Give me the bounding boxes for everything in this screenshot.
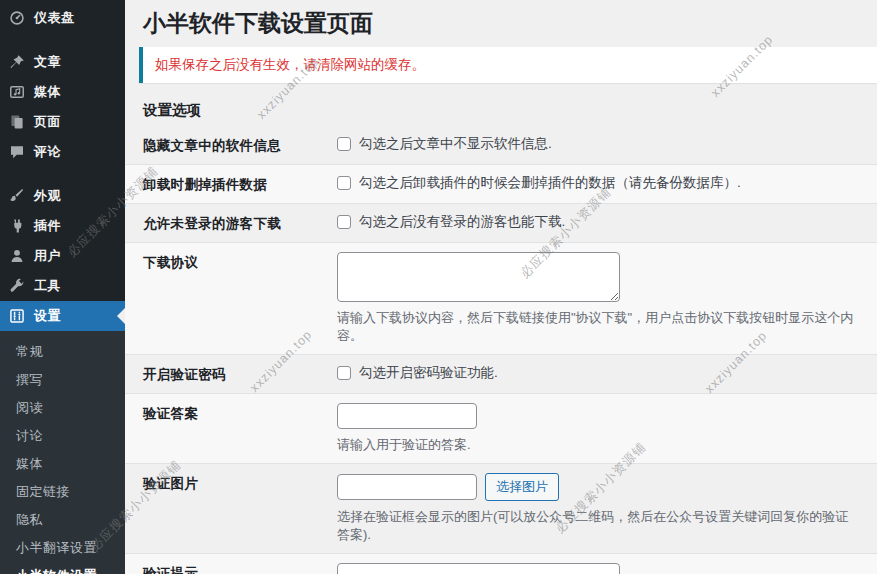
sidebar-subitem[interactable]: 常规 bbox=[0, 338, 125, 366]
sidebar-item-tools[interactable]: 工具 bbox=[0, 271, 125, 301]
form-row: 卸载时删掉插件数据勾选之后卸载插件的时候会删掉插件的数据（请先备份数据库）. bbox=[125, 165, 877, 204]
delete-plugin-data-checkbox[interactable] bbox=[337, 176, 351, 190]
form-row: 下载协议请输入下载协议内容，然后下载链接使用"协议下载"，用户点击协议下载按钮时… bbox=[125, 243, 877, 355]
admin-sidebar: 仪表盘文章媒体页面评论外观插件用户工具设置 常规撰写阅读讨论媒体固定链接隐私小半… bbox=[0, 0, 125, 574]
form-row: 允许未登录的游客下载勾选之后没有登录的游客也能下载. bbox=[125, 204, 877, 243]
sidebar-subitem[interactable]: 固定链接 bbox=[0, 478, 125, 506]
sidebar-subitem[interactable]: 讨论 bbox=[0, 422, 125, 450]
settings-submenu: 常规撰写阅读讨论媒体固定链接隐私小半翻译设置小半软件设置 bbox=[0, 331, 125, 574]
form-row: 开启验证密码勾选开启密码验证功能. bbox=[125, 355, 877, 394]
form-control: 勾选之后文章中不显示软件信息. bbox=[337, 135, 857, 153]
sidebar-item-comments[interactable]: 评论 bbox=[0, 137, 125, 167]
comments-icon bbox=[8, 143, 26, 161]
sidebar-subitem[interactable]: 小半翻译设置 bbox=[0, 534, 125, 562]
verify-hint-textarea[interactable] bbox=[337, 563, 620, 574]
sidebar-item-settings[interactable]: 设置 bbox=[0, 301, 125, 331]
checkbox-option: 勾选开启密码验证功能. bbox=[337, 364, 857, 382]
appearance-icon bbox=[8, 187, 26, 205]
checkbox-option: 勾选之后文章中不显示软件信息. bbox=[337, 135, 857, 153]
form-row: 验证图片选择图片选择在验证框会显示的图片(可以放公众号二维码，然后在公众号设置关… bbox=[125, 464, 877, 554]
form-control: 勾选开启密码验证功能. bbox=[337, 364, 857, 382]
sidebar-item-users[interactable]: 用户 bbox=[0, 241, 125, 271]
notice-banner: 如果保存之后没有生效，请清除网站的缓存。 bbox=[139, 47, 877, 83]
page-title: 小半软件下载设置页面 bbox=[125, 0, 877, 39]
checkbox-option: 勾选之后没有登录的游客也能下载. bbox=[337, 213, 857, 231]
users-icon bbox=[8, 247, 26, 265]
hide-software-info-checkbox[interactable] bbox=[337, 137, 351, 151]
admin-menu: 仪表盘文章媒体页面评论外观插件用户工具设置 bbox=[0, 0, 125, 331]
plugin-icon bbox=[8, 217, 26, 235]
sidebar-subitem[interactable]: 隐私 bbox=[0, 506, 125, 534]
dashboard-icon bbox=[8, 9, 26, 27]
form-control: 请输入验证框文字提示内容，在验证框会显示这行文字说明. bbox=[337, 563, 857, 574]
settings-icon bbox=[8, 307, 26, 325]
form-control: 请输入用于验证的答案. bbox=[337, 403, 857, 454]
media-icon bbox=[8, 83, 26, 101]
sidebar-item-dashboard[interactable]: 仪表盘 bbox=[0, 3, 125, 33]
sidebar-item-plugin[interactable]: 插件 bbox=[0, 211, 125, 241]
download-agreement-textarea[interactable] bbox=[337, 252, 620, 302]
form-row: 验证答案请输入用于验证的答案. bbox=[125, 394, 877, 464]
pages-icon bbox=[8, 113, 26, 131]
sidebar-subitem[interactable]: 撰写 bbox=[0, 366, 125, 394]
current-menu-arrow-icon bbox=[117, 308, 125, 324]
notice-text: 如果保存之后没有生效，请清除网站的缓存。 bbox=[155, 56, 865, 74]
sidebar-subitem[interactable]: 小半软件设置 bbox=[0, 562, 125, 574]
sidebar-subitem[interactable]: 阅读 bbox=[0, 394, 125, 422]
content-area: 小半软件下载设置页面 如果保存之后没有生效，请清除网站的缓存。 设置选项 隐藏文… bbox=[125, 0, 877, 574]
checkbox-option: 勾选之后卸载插件的时候会删掉插件的数据（请先备份数据库）. bbox=[337, 174, 857, 192]
verify-image-input[interactable] bbox=[337, 474, 477, 500]
sidebar-item-appearance[interactable]: 外观 bbox=[0, 181, 125, 211]
form-row: 隐藏文章中的软件信息勾选之后文章中不显示软件信息. bbox=[125, 126, 877, 165]
form-control: 选择图片选择在验证框会显示的图片(可以放公众号二维码，然后在公众号设置关键词回复… bbox=[337, 473, 857, 544]
settings-form: 隐藏文章中的软件信息勾选之后文章中不显示软件信息.卸载时删掉插件数据勾选之后卸载… bbox=[125, 126, 877, 574]
section-title: 设置选项 bbox=[143, 101, 857, 120]
sidebar-subitem[interactable]: 媒体 bbox=[0, 450, 125, 478]
enable-password-verify-checkbox[interactable] bbox=[337, 366, 351, 380]
form-control: 勾选之后卸载插件的时候会删掉插件的数据（请先备份数据库）. bbox=[337, 174, 857, 192]
form-row: 验证提示请输入验证框文字提示内容，在验证框会显示这行文字说明. bbox=[125, 554, 877, 574]
pin-icon bbox=[8, 53, 26, 71]
sidebar-item-pin[interactable]: 文章 bbox=[0, 47, 125, 77]
wp-admin-page: 仪表盘文章媒体页面评论外观插件用户工具设置 常规撰写阅读讨论媒体固定链接隐私小半… bbox=[0, 0, 877, 574]
sidebar-item-media[interactable]: 媒体 bbox=[0, 77, 125, 107]
sidebar-item-pages[interactable]: 页面 bbox=[0, 107, 125, 137]
choose-image-button[interactable]: 选择图片 bbox=[485, 473, 559, 501]
form-control: 勾选之后没有登录的游客也能下载. bbox=[337, 213, 857, 231]
tools-icon bbox=[8, 277, 26, 295]
verify-answer-input[interactable] bbox=[337, 403, 477, 429]
form-control: 请输入下载协议内容，然后下载链接使用"协议下载"，用户点击协议下载按钮时显示这个… bbox=[337, 252, 857, 345]
allow-guest-download-checkbox[interactable] bbox=[337, 215, 351, 229]
